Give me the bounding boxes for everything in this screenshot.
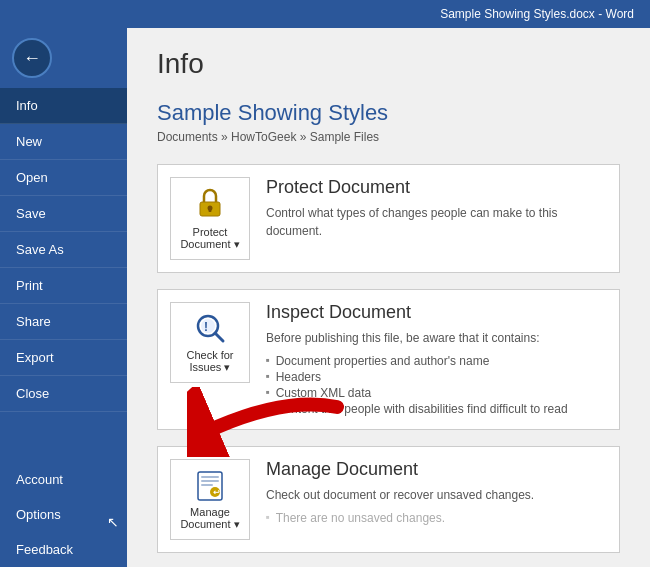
manage-label: ManageDocument ▾ bbox=[180, 506, 239, 531]
sidebar-item-share[interactable]: Share bbox=[0, 304, 127, 340]
sidebar: ← Info New Open Save Save As Print Share… bbox=[0, 28, 127, 567]
sidebar-item-label: Export bbox=[16, 350, 54, 365]
sidebar-item-label: Share bbox=[16, 314, 51, 329]
sidebar-item-label: Account bbox=[16, 472, 63, 487]
manage-document-card: ↩ ManageDocument ▾ Manage Document Check… bbox=[157, 446, 620, 553]
svg-rect-2 bbox=[209, 208, 212, 212]
options-wrapper: Options ↖ bbox=[0, 497, 127, 532]
list-item: Headers bbox=[266, 369, 607, 385]
svg-text:!: ! bbox=[204, 320, 208, 334]
manage-icon: ↩ bbox=[193, 468, 227, 502]
breadcrumb: Documents » HowToGeek » Sample Files bbox=[157, 130, 620, 144]
sidebar-item-print[interactable]: Print bbox=[0, 268, 127, 304]
sidebar-item-label: Save As bbox=[16, 242, 64, 257]
sidebar-item-save[interactable]: Save bbox=[0, 196, 127, 232]
back-icon: ← bbox=[23, 48, 41, 69]
sidebar-item-label: Options bbox=[16, 507, 61, 522]
app-body: ← Info New Open Save Save As Print Share… bbox=[0, 28, 650, 567]
sidebar-item-label: New bbox=[16, 134, 42, 149]
sidebar-item-label: Feedback bbox=[16, 542, 73, 557]
sidebar-item-label: Open bbox=[16, 170, 48, 185]
check-issues-label: Check forIssues ▾ bbox=[186, 349, 233, 374]
window-title: Sample Showing Styles.docx - Word bbox=[440, 7, 634, 21]
svg-rect-8 bbox=[201, 476, 219, 478]
main-content: Info Sample Showing Styles Documents » H… bbox=[127, 28, 650, 567]
doc-title: Sample Showing Styles bbox=[157, 100, 620, 126]
protect-content: Protect Document Control what types of c… bbox=[266, 177, 607, 240]
svg-line-5 bbox=[215, 333, 223, 341]
list-item: Content that people with disabilities fi… bbox=[266, 401, 607, 417]
manage-list: There are no unsaved changes. bbox=[266, 510, 607, 526]
protect-document-button[interactable]: ProtectDocument ▾ bbox=[170, 177, 250, 260]
sidebar-item-new[interactable]: New bbox=[0, 124, 127, 160]
protect-label: ProtectDocument ▾ bbox=[180, 226, 239, 251]
manage-document-button[interactable]: ↩ ManageDocument ▾ bbox=[170, 459, 250, 540]
svg-text:↩: ↩ bbox=[213, 488, 220, 497]
list-item: Document properties and author's name bbox=[266, 353, 607, 369]
sidebar-item-open[interactable]: Open bbox=[0, 160, 127, 196]
list-item: Custom XML data bbox=[266, 385, 607, 401]
lock-icon bbox=[194, 186, 226, 222]
inspect-heading: Inspect Document bbox=[266, 302, 607, 323]
inspect-document-card: ! Check forIssues ▾ Inspect Document Bef… bbox=[157, 289, 620, 430]
protect-heading: Protect Document bbox=[266, 177, 607, 198]
inspect-icon: ! bbox=[193, 311, 227, 345]
back-button[interactable]: ← bbox=[12, 38, 52, 78]
sidebar-item-save-as[interactable]: Save As bbox=[0, 232, 127, 268]
sidebar-item-label: Print bbox=[16, 278, 43, 293]
sidebar-item-label: Save bbox=[16, 206, 46, 221]
sidebar-item-feedback[interactable]: Feedback bbox=[0, 532, 127, 567]
sidebar-item-close[interactable]: Close bbox=[0, 376, 127, 412]
inspect-list: Document properties and author's name He… bbox=[266, 353, 607, 417]
sidebar-item-label: Info bbox=[16, 98, 38, 113]
nav-spacer bbox=[0, 412, 127, 462]
list-item: There are no unsaved changes. bbox=[266, 510, 607, 526]
sidebar-item-info[interactable]: Info bbox=[0, 88, 127, 124]
title-bar: Sample Showing Styles.docx - Word bbox=[0, 0, 650, 28]
sidebar-item-export[interactable]: Export bbox=[0, 340, 127, 376]
sidebar-item-account[interactable]: Account bbox=[0, 462, 127, 497]
cursor-icon: ↖ bbox=[107, 514, 119, 530]
sidebar-item-label: Close bbox=[16, 386, 49, 401]
protect-description: Control what types of changes people can… bbox=[266, 204, 607, 240]
protect-document-card: ProtectDocument ▾ Protect Document Contr… bbox=[157, 164, 620, 273]
manage-content: Manage Document Check out document or re… bbox=[266, 459, 607, 526]
inspect-content: Inspect Document Before publishing this … bbox=[266, 302, 607, 417]
manage-description: Check out document or recover unsaved ch… bbox=[266, 486, 607, 504]
inspect-description: Before publishing this file, be aware th… bbox=[266, 329, 607, 347]
manage-heading: Manage Document bbox=[266, 459, 607, 480]
sidebar-item-options[interactable]: Options ↖ bbox=[0, 497, 127, 532]
page-title: Info bbox=[157, 48, 620, 80]
svg-rect-9 bbox=[201, 480, 219, 482]
svg-rect-10 bbox=[201, 484, 213, 486]
check-issues-button[interactable]: ! Check forIssues ▾ bbox=[170, 302, 250, 383]
